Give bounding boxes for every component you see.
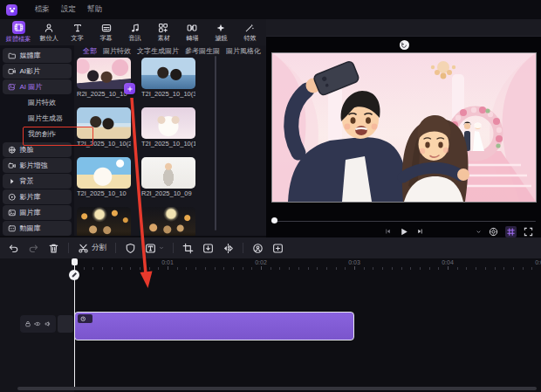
ruler-label: 0:02 [255,259,267,265]
sidebar-item-face-swap[interactable]: 換臉 [3,142,72,157]
media-thumb-2[interactable]: T2I_2025_10_10(2) [77,107,131,148]
rotate-handle[interactable] [400,40,409,50]
ruler-tick [476,267,476,270]
sidebar-item-label: 圖片生成器 [28,113,63,123]
nav-tab-digital-human[interactable]: 數位人 [38,23,60,43]
nav-tab-assets[interactable]: 素材 [152,23,175,43]
timeline-clip[interactable] [74,312,354,340]
media-thumb-3[interactable]: T2I_2025_10_10(1) [141,107,195,148]
lock-icon[interactable] [24,320,31,327]
sidebar-item-label: 圖片庫 [20,208,41,217]
ruler-tick [261,266,262,270]
media-thumb-5[interactable]: R2I_2025_10_09 [141,157,195,198]
ruler-tick [523,267,524,270]
media-file-icon [14,23,24,32]
seek-bar[interactable] [266,217,541,225]
sidebar-item-gif-library[interactable]: 動圖庫 [3,221,72,236]
toolbar-redo-button[interactable] [28,243,39,254]
sidebar-item-video-enhance[interactable]: 影片增強 [3,158,72,173]
sidebar-item-ai-video[interactable]: AI影片 [3,64,72,79]
sidebar-item-label: 影片增強 [20,161,48,170]
edimakor-window: 檔案設定幫助 媒體檔案數位人文字字幕音訊素材轉場濾鏡特效 媒體庫AI影片AI 圖… [0,0,541,392]
fullscreen-button[interactable] [524,227,533,237]
toolbar-split-button[interactable]: 分割 [78,243,106,254]
toolbar-undo-button[interactable] [8,243,19,254]
toolbar-add-to-track-button[interactable] [202,243,214,254]
sidebar-item-my-creations[interactable]: 我的創作 [3,127,72,141]
view-controls [474,226,533,237]
cover-button[interactable] [58,315,73,333]
play-button[interactable] [399,227,408,237]
preview-artwork [272,53,536,202]
prev-frame-button[interactable] [384,228,391,235]
playhead-handle[interactable] [69,270,79,280]
ruler-tick [205,267,206,270]
seek-track[interactable] [271,221,536,223]
toolbar-delete-button[interactable] [48,243,59,254]
media-tab-3[interactable]: 參考圖生圖 [185,46,220,56]
ruler-tick [382,267,383,270]
sidebar-item-image-effects[interactable]: 圖片特效 [3,95,72,110]
sound-icon[interactable] [45,320,51,327]
seek-knob[interactable] [271,217,277,224]
sidebar-item-image-generator[interactable]: 圖片生成器 [3,111,72,126]
toolbar-zoom-add-button[interactable] [272,243,284,254]
ruler-label: 0:01 [161,259,174,265]
add-to-timeline-button[interactable] [124,83,135,94]
menu-item-1[interactable]: 設定 [61,4,76,15]
grid-toggle-button[interactable] [505,226,517,237]
nav-tab-label: 媒體檔案 [6,35,31,44]
media-thumb-1[interactable]: T2I_2025_10_10(3) [141,58,195,99]
playhead-head[interactable] [72,258,78,265]
nav-tab-media[interactable]: 媒體檔案 [5,21,31,44]
chevron-down-icon [476,229,482,235]
timeline-hscrollbar[interactable] [17,387,537,390]
media-tab-4[interactable]: 圖片風格化 [226,46,261,56]
toolbar-separator [68,243,69,253]
aspect-ratio-select[interactable] [474,229,482,235]
folder-icon [8,52,17,60]
snapshot-button[interactable] [489,227,498,237]
player-header [266,19,541,37]
toolbar-record-avatar-button[interactable] [252,243,264,254]
nav-tab-effects[interactable]: 特效 [238,23,261,43]
menu-item-0[interactable]: 檔案 [35,4,50,15]
nav-tab-subtitle[interactable]: 字幕 [95,23,118,43]
sidebar-item-media-library[interactable]: 媒體庫 [3,48,72,63]
toolbar-text-template-button[interactable] [145,243,164,254]
nav-tab-audio[interactable]: 音訊 [124,23,147,43]
sidebar-item-background[interactable]: 背景 [3,174,72,189]
media-tab-2[interactable]: 文字生成圖片 [137,46,179,56]
video-preview[interactable] [272,53,536,202]
ruler-tick [364,267,365,270]
ruler-tick [168,266,168,270]
nav-tab-filter[interactable]: 濾鏡 [209,23,232,43]
media-thumb-4[interactable]: T2I_2025_10_10 [77,157,131,198]
ruler-tick [438,267,439,270]
media-thumb-0[interactable]: R2I_2025_10_10 [77,58,131,99]
menu-item-2[interactable]: 幫助 [87,4,102,15]
sidebar-item-image-library[interactable]: 圖片庫 [3,205,72,220]
chevron-down-icon [159,245,164,251]
nav-tab-transition[interactable]: 轉場 [181,23,203,43]
time-ruler[interactable]: 0:010:020:030:040:05 [0,258,541,271]
nav-tab-text[interactable]: 文字 [66,23,89,43]
toolbar-mask-button[interactable] [125,243,136,254]
media-tab-0[interactable]: 全部 [83,46,97,56]
toolbar-separator [173,243,174,253]
ruler-tick [251,267,252,270]
media-tab-1[interactable]: 圖片特效 [103,46,131,56]
media-thumb-image [141,107,195,139]
toolbar-mirror-button[interactable] [223,243,234,254]
sidebar-item-ai-image[interactable]: AI 圖片 [3,79,72,94]
media-thumb-7[interactable] [141,207,195,236]
media-scrollbar[interactable] [215,56,216,230]
media-thumb-image [141,58,195,89]
media-thumb-6[interactable] [77,207,131,236]
ruler-tick [186,267,187,270]
eye-icon[interactable] [34,320,41,327]
toolbar-crop-button[interactable] [182,243,194,254]
sidebar-item-video-library[interactable]: 影片庫 [3,189,72,204]
ruler-label: 0:04 [442,259,454,265]
next-frame-button[interactable] [416,228,423,235]
